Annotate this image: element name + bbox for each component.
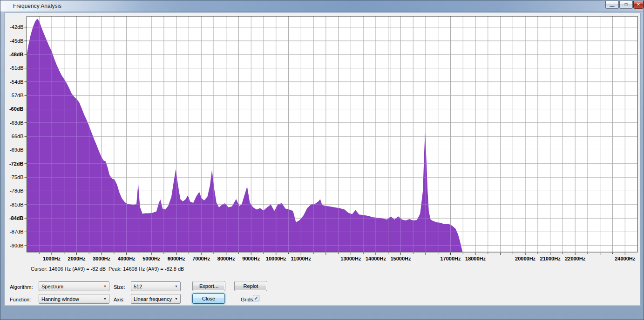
close-window-button[interactable]: × xyxy=(633,1,644,9)
function-value: Hanning window xyxy=(39,296,101,302)
size-value: 512 xyxy=(131,284,172,289)
size-select[interactable]: 512 ▼ xyxy=(131,281,181,291)
grids-label: Grids xyxy=(241,297,253,302)
plot-area[interactable] xyxy=(27,16,638,252)
frequency-analysis-window: Frequency Analysis — □ × 1000Hz2000Hz300… xyxy=(0,0,644,320)
chevron-down-icon: ▼ xyxy=(172,297,180,300)
algorithm-label: Algorithm: xyxy=(10,284,33,290)
grids-checkbox[interactable]: ✓ xyxy=(253,295,259,301)
export-button[interactable]: Export... xyxy=(192,281,225,291)
axis-select[interactable]: Linear frequency ▼ xyxy=(131,294,181,304)
minimize-icon: — xyxy=(606,1,618,12)
axis-value: Linear frequency xyxy=(131,296,172,302)
axis-label: Axis: xyxy=(114,297,125,302)
chevron-down-icon: ▼ xyxy=(101,297,109,300)
size-label: Size: xyxy=(114,284,125,290)
replot-button[interactable]: Replot xyxy=(234,281,267,291)
window-title: Frequency Analysis xyxy=(13,3,61,9)
maximize-icon: □ xyxy=(624,2,627,7)
check-icon: ✓ xyxy=(254,295,258,301)
peak-readout: Peak: 14608 Hz (A#9) = -82.8 dB xyxy=(108,266,184,272)
algorithm-select[interactable]: Spectrum ▼ xyxy=(39,281,109,291)
cursor-readout: Cursor: 14606 Hz (A#9) = -82 dB xyxy=(31,266,106,272)
close-icon: × xyxy=(637,1,640,7)
algorithm-value: Spectrum xyxy=(39,284,101,289)
chevron-down-icon: ▼ xyxy=(172,285,180,288)
chevron-down-icon: ▼ xyxy=(101,285,109,288)
function-select[interactable]: Hanning window ▼ xyxy=(39,294,109,304)
close-button[interactable]: Close xyxy=(192,293,225,304)
title-bar[interactable]: Frequency Analysis xyxy=(0,0,644,12)
minimize-button[interactable]: — xyxy=(605,1,619,9)
maximize-button[interactable]: □ xyxy=(619,1,633,9)
function-label: Function: xyxy=(10,297,31,302)
